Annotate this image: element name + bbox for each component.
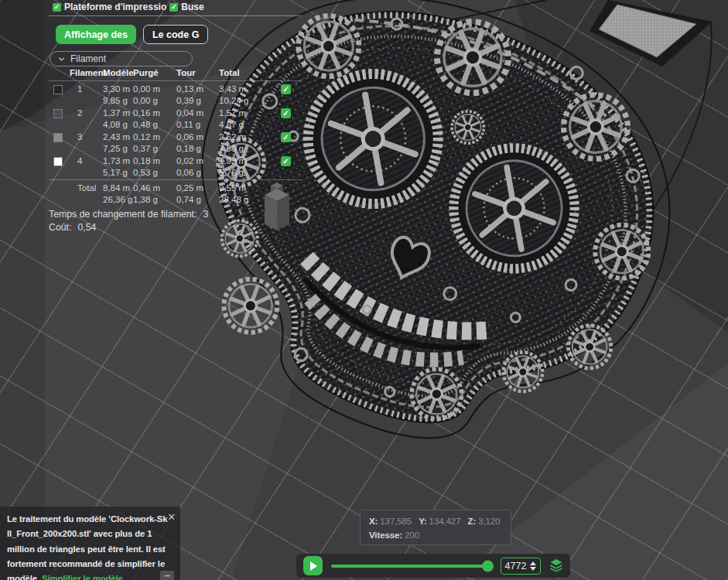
- layer-playbar: 4772: [296, 554, 570, 578]
- filament-color-swatch: [53, 133, 63, 142]
- checkbox-checked-icon[interactable]: ✓: [169, 3, 178, 12]
- header-modele: Modèle: [103, 68, 133, 77]
- filament-row-1: 13,30 m9,85 g0,00 m0,00 g0,13 m0,39 g3,4…: [49, 84, 302, 106]
- usage-cell-total: 8,84 m26,36 g: [103, 183, 133, 205]
- usage-cell-total: 0,46 m1,38 g: [133, 183, 176, 205]
- usage-cell-total: 9,55 m28,48 g: [219, 183, 277, 205]
- layers-icon[interactable]: [549, 559, 563, 572]
- simplify-model-link[interactable]: Simplifier le modèle: [42, 574, 123, 580]
- view-option-label: Plateforme d'impressio: [64, 2, 166, 12]
- filament-visibility-checkbox[interactable]: ✓: [281, 156, 291, 166]
- usage-cell: 1,57 m4,67 g: [219, 107, 277, 130]
- x-readout: X:137,585: [369, 516, 412, 526]
- layer-stepper: [530, 561, 536, 571]
- dropdown-label: Filament: [70, 53, 106, 64]
- view-options-row: ✓Plateforme d'impressio✓Buse: [53, 2, 204, 12]
- divider: [49, 179, 302, 180]
- usage-cell: 0,12 m0,37 g: [133, 131, 176, 154]
- checkbox-checked-icon[interactable]: ✓: [53, 3, 61, 12]
- print-stats: Temps de changement de filament: 3 Coût:…: [49, 209, 302, 233]
- toast-text: modèle.: [7, 574, 42, 580]
- coord-label: Z:: [467, 516, 476, 526]
- usage-cell-total: 0,25 m0,74 g: [176, 183, 219, 205]
- table-total-row: Total8,84 m26,36 g0,46 m1,38 g0,25 m0,74…: [49, 183, 302, 205]
- filament-visibility-checkbox[interactable]: ✓: [281, 108, 291, 118]
- z-readout: Z:3,120: [467, 516, 500, 526]
- filament-color-swatch: [53, 109, 63, 118]
- usage-cell: 0,16 m0,48 g: [133, 107, 176, 130]
- filament-changes-label: Temps de changement de filament:: [49, 209, 197, 220]
- close-icon[interactable]: ✕: [167, 510, 176, 524]
- filament-row-3: 32,43 m7,25 g0,12 m0,37 g0,06 m0,18 g2,6…: [49, 131, 302, 154]
- filament-id: 4: [70, 155, 103, 167]
- view-option-nozzle[interactable]: ✓Buse: [169, 2, 203, 12]
- usage-cell: 3,43 m10,24 g: [219, 84, 277, 106]
- chevron-down-icon: [57, 55, 66, 63]
- speed-label: Vitesse:: [369, 530, 402, 540]
- stepper-up-icon[interactable]: [530, 561, 536, 565]
- warning-toast: Le traitement du modèle 'Clockwork-Skll_…: [0, 507, 180, 580]
- play-icon: [310, 561, 317, 571]
- speed-value: 200: [405, 530, 419, 540]
- timeline-slider[interactable]: [331, 565, 492, 568]
- toast-text-line: fortement recommandé de simplifier le: [7, 557, 173, 571]
- filament-row-4: 41,73 m5,17 g0,18 m0,53 g0,02 m0,06 g1,9…: [49, 155, 302, 178]
- header-tour: Tour: [176, 68, 219, 77]
- play-button[interactable]: [303, 556, 323, 575]
- filament-visibility-checkbox[interactable]: ✓: [281, 84, 291, 94]
- view-option-label: Buse: [181, 2, 203, 12]
- layer-number-value: 4772: [505, 561, 527, 571]
- tab-preview[interactable]: Affichage des: [56, 25, 136, 44]
- coord-value: 3,120: [478, 516, 500, 526]
- speed-readout: Vitesse: 200: [369, 530, 419, 540]
- filament-id: 2: [70, 107, 103, 119]
- slider-handle[interactable]: [482, 560, 494, 571]
- toast-text-line: million de triangles peut être lent. Il …: [7, 542, 173, 557]
- cost-label: Coût:: [49, 222, 71, 233]
- usage-cell: 1,93 m5,76 g: [219, 155, 277, 178]
- slicer-preview-window: ✓Plateforme d'impressio✓Buse Affichage d…: [0, 0, 728, 580]
- filament-id: 1: [70, 84, 103, 95]
- header-filament: Filament: [49, 68, 103, 77]
- filament-changes-value: 3: [203, 209, 208, 220]
- usage-cell: 0,02 m0,06 g: [176, 155, 219, 178]
- coord-label: Y:: [419, 516, 426, 526]
- filament-filter-dropdown[interactable]: Filament: [50, 51, 193, 67]
- usage-cell: 2,62 m7,80 g: [219, 131, 277, 154]
- stepper-down-icon[interactable]: [530, 567, 536, 571]
- coord-value: 137,585: [380, 516, 412, 526]
- view-tabs: Affichage desLe code G: [56, 25, 208, 44]
- usage-cell: 1,37 m4,08 g: [103, 107, 133, 130]
- y-readout: Y:134,427: [419, 516, 460, 526]
- usage-cell: 0,13 m0,39 g: [176, 84, 219, 106]
- coord-value: 134,427: [429, 516, 461, 526]
- toast-text-line: ll_Front_200x200.stl' avec plus de 1: [7, 527, 173, 541]
- prime-tower: [590, 0, 713, 67]
- table-header-row: Filament Modèle Purgé Tour Total: [49, 68, 302, 79]
- filament-color-swatch: [53, 85, 63, 94]
- filament-usage-table: Filament Modèle Purgé Tour Total 13,30 m…: [49, 68, 302, 233]
- toast-text-line: modèle. Simplifier le modèle: [7, 571, 173, 580]
- usage-cell: 1,73 m5,17 g: [103, 155, 133, 178]
- filament-id: 3: [70, 131, 103, 143]
- layer-number-input[interactable]: 4772: [501, 558, 541, 575]
- filament-color-swatch: [53, 157, 63, 166]
- header-total: Total: [219, 68, 277, 77]
- usage-cell: 0,00 m0,00 g: [133, 84, 176, 106]
- filament-row-2: 21,37 m4,08 g0,16 m0,48 g0,04 m0,11 g1,5…: [49, 107, 302, 130]
- usage-cell: 0,04 m0,11 g: [176, 107, 219, 130]
- header-purge: Purgé: [133, 68, 176, 77]
- minimize-button[interactable]: –: [160, 571, 174, 580]
- filament-visibility-checkbox[interactable]: ✓: [281, 132, 291, 142]
- tab-gcode[interactable]: Le code G: [143, 25, 208, 44]
- total-label: Total: [70, 183, 103, 194]
- coord-label: X:: [369, 516, 378, 526]
- position-tooltip: X:137,585Y:134,427Z:3,120 Vitesse: 200: [360, 510, 511, 545]
- usage-cell: 0,06 m0,18 g: [176, 131, 219, 154]
- toast-text-line: Le traitement du modèle 'Clockwork-Sk: [7, 512, 173, 527]
- usage-cell: 0,18 m0,53 g: [133, 155, 176, 178]
- cost-value: 0,54: [77, 222, 96, 233]
- view-option-platform[interactable]: ✓Plateforme d'impressio: [53, 2, 166, 12]
- divider: [49, 15, 302, 16]
- usage-cell: 2,43 m7,25 g: [103, 131, 133, 154]
